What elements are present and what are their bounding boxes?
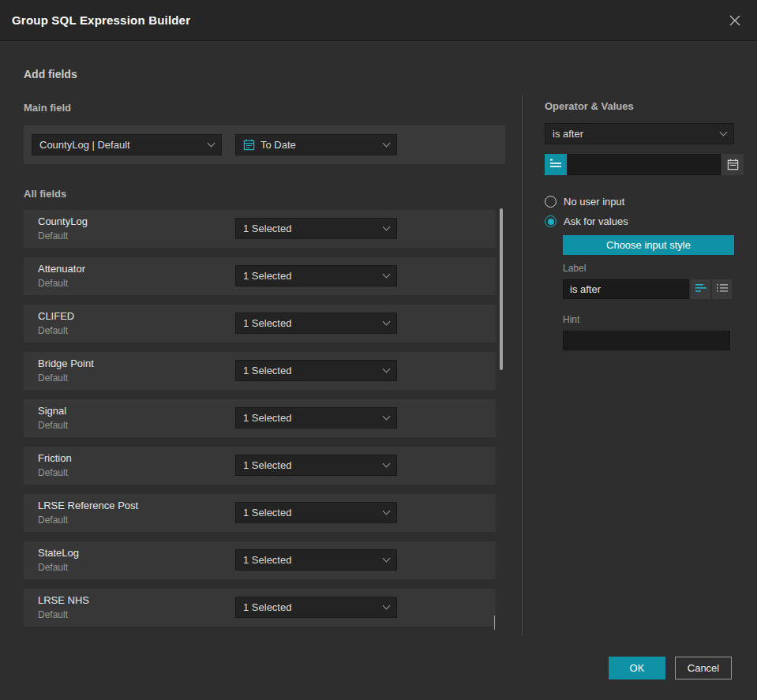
field-sub: Default [38,325,74,336]
row-selected-dropdown[interactable]: 1 Selected [235,597,397,618]
operator-select[interactable]: is after [545,123,734,144]
row-selected-dropdown[interactable]: 1 Selected [235,313,397,334]
calendar-icon [243,139,255,151]
radio-checked-icon [545,215,557,227]
chevron-down-icon [383,318,391,326]
chevron-down-icon [383,271,391,279]
radio-ask-for-values[interactable]: Ask for values [545,215,734,227]
field-name: LRSE Reference Post [38,500,138,511]
main-field-select[interactable]: CountyLog | Default [32,134,222,155]
main-field-date-select[interactable]: To Date [235,134,397,155]
field-name: Attenuator [38,263,85,275]
row-selected-dropdown-label: 1 Selected [243,554,377,566]
scroll-down-chevron-icon[interactable] [493,616,504,627]
field-sub: Default [38,467,72,478]
field-name: CLIFED [38,310,74,322]
calendar-icon [727,159,739,170]
ask-for-values-block: Choose input style Label [563,235,734,350]
cancel-button[interactable]: Cancel [675,657,732,679]
row-selected-dropdown-label: 1 Selected [243,507,377,518]
field-row-text: StateLog Default [38,547,79,573]
field-sub: Default [38,609,89,620]
radio-label: No user input [564,196,624,208]
radio-icon [545,196,557,208]
fields-panel: Add fields Main field CountyLog | Defaul… [24,68,505,627]
field-row: StateLog Default 1 Selected [24,541,496,579]
operator-values-panel: Operator & Values is after [545,100,734,350]
ok-button[interactable]: OK [609,657,665,679]
field-row: Friction Default 1 Selected [24,447,496,485]
all-fields-label: All fields [24,188,505,200]
row-selected-dropdown-label: 1 Selected [243,412,377,424]
label-input[interactable] [563,279,689,299]
row-selected-dropdown-label: 1 Selected [243,317,377,329]
field-row-text: Friction Default [38,452,72,478]
chevron-down-icon [383,223,391,231]
field-name: Bridge Point [38,357,94,369]
chevron-down-icon [383,507,391,515]
chevron-down-icon [383,365,391,373]
hint-input[interactable] [563,331,730,350]
operator-select-value: is after [553,128,714,140]
row-selected-dropdown[interactable]: 1 Selected [235,218,397,239]
row-selected-dropdown-label: 1 Selected [243,601,377,613]
main-field-date-select-value: To Date [260,139,372,151]
field-row: CountyLog Default 1 Selected [24,210,496,248]
field-row: CLIFED Default 1 Selected [24,305,496,343]
list-style-button[interactable] [712,279,732,299]
list-style-icon [717,283,728,295]
chevron-down-icon [383,460,391,468]
input-type-button[interactable] [545,154,567,175]
field-row-text: LRSE Reference Post Default [38,500,138,526]
calendar-button[interactable] [721,154,744,175]
main-field-select-value: CountyLog | Default [39,139,202,151]
row-selected-dropdown[interactable]: 1 Selected [235,407,397,429]
row-selected-dropdown-label: 1 Selected [243,365,377,376]
input-lines-icon [550,159,561,170]
radio-label: Ask for values [564,215,628,227]
scrollbar-thumb[interactable] [500,208,503,370]
radio-no-user-input[interactable]: No user input [545,196,734,208]
row-selected-dropdown[interactable]: 1 Selected [235,549,397,571]
row-selected-dropdown[interactable]: 1 Selected [235,502,397,523]
chevron-down-icon [383,555,391,563]
field-name: StateLog [38,547,79,559]
chevron-down-icon [383,602,391,610]
field-sub: Default [38,420,68,431]
choose-input-style-button[interactable]: Choose input style [563,235,734,255]
label-label: Label [563,263,734,274]
field-sub: Default [38,278,85,289]
add-fields-heading: Add fields [24,68,505,80]
value-input[interactable] [568,154,721,175]
field-row-text: Bridge Point Default [38,357,94,384]
main-field-label: Main field [24,102,505,114]
field-sub: Default [38,230,88,241]
field-name: Signal [38,405,68,417]
field-row: Signal Default 1 Selected [24,399,496,437]
field-sub: Default [38,562,79,573]
chevron-down-icon [720,129,728,137]
field-row-text: Signal Default [38,405,68,431]
field-row-text: Attenuator Default [38,263,85,289]
field-sub: Default [38,515,138,526]
chevron-down-icon [383,140,391,148]
row-selected-dropdown-label: 1 Selected [243,270,377,282]
row-selected-dropdown[interactable]: 1 Selected [235,265,397,286]
row-selected-dropdown[interactable]: 1 Selected [235,455,397,476]
value-input-row [545,154,734,175]
field-row: Attenuator Default 1 Selected [24,257,496,295]
single-line-style-icon [695,283,706,295]
row-selected-dropdown-label: 1 Selected [243,223,377,234]
row-selected-dropdown[interactable]: 1 Selected [235,360,397,381]
chevron-down-icon [383,413,391,421]
single-line-style-button[interactable] [691,279,710,299]
field-row-text: CLIFED Default [38,310,74,336]
group-sql-expression-builder-dialog: Group SQL Expression Builder Add fields … [0,0,757,700]
panel-divider [522,95,523,635]
chevron-down-icon [208,140,215,148]
field-name: Friction [38,452,72,464]
label-input-row [563,279,734,299]
close-icon[interactable] [727,13,743,28]
operator-values-heading: Operator & Values [545,100,734,112]
field-name: CountyLog [38,215,88,227]
